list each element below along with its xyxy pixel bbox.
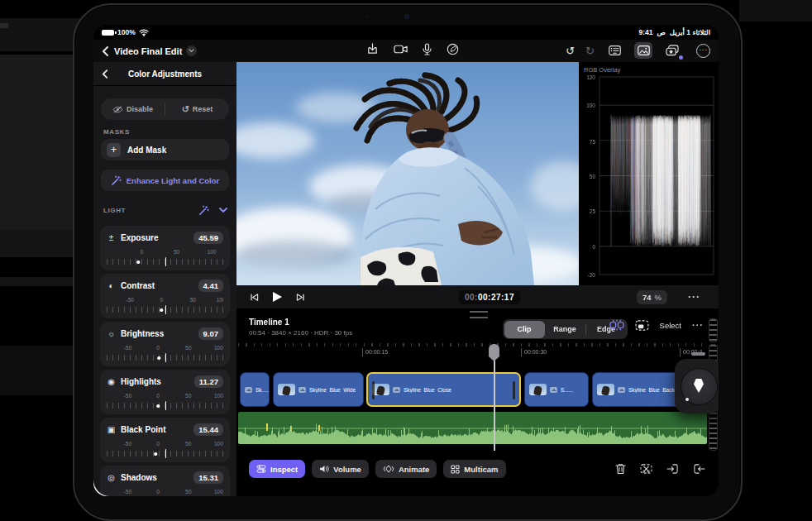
timeline-clip-sk[interactable]: Sk...... <box>240 372 270 407</box>
pencil-hover-dial[interactable] <box>675 359 719 413</box>
enhance-label: Enhance Light and Color <box>127 176 219 185</box>
plus-minus-icon: ± <box>107 233 116 242</box>
highlights-slider[interactable]: -50050100 <box>107 393 223 413</box>
inspect-button[interactable]: Inspect <box>249 460 305 478</box>
timeline-ruler[interactable] <box>238 343 707 347</box>
mode-range[interactable]: Range <box>545 321 585 338</box>
timeline-clip-skyline_blue_wide[interactable]: Skyline_Blue_Wide <box>273 372 364 407</box>
zoom-level-badge[interactable]: 74% <box>637 290 667 304</box>
tick-label: 50 <box>185 345 191 351</box>
photo-icon <box>618 387 625 393</box>
undo-icon[interactable]: ↺ <box>566 45 575 56</box>
magnetic-timeline-icon[interactable] <box>609 319 624 331</box>
app-screen: 100% 9:41 ص الثلاثاء 1 أبريل Video Final… <box>93 25 719 496</box>
redo-icon[interactable]: ↻ <box>585 45 595 56</box>
collapse-chevron-icon[interactable] <box>219 208 227 213</box>
exposure-slider[interactable]: 050100 <box>107 249 223 269</box>
tick-label: 100 <box>214 345 223 351</box>
next-frame-button[interactable] <box>296 293 305 302</box>
color-adjustments-panel: Color Adjustments Disable ↺ Re <box>93 62 236 496</box>
browser-panel-icon[interactable] <box>605 42 623 59</box>
insert-left-icon[interactable] <box>666 463 679 475</box>
slider-origin-dot <box>160 308 164 312</box>
track-height-slider[interactable] <box>709 318 718 342</box>
more-menu-icon[interactable]: ··· <box>696 44 710 58</box>
media-library-icon[interactable] <box>634 42 652 59</box>
dial-ring[interactable] <box>681 368 718 405</box>
photo-icon <box>299 387 306 393</box>
tick-label: 50 <box>174 249 179 255</box>
select-mode-icon[interactable] <box>635 320 649 331</box>
import-icon[interactable] <box>366 43 379 55</box>
tick-label: 50 <box>185 441 191 447</box>
effects-icon[interactable] <box>663 42 681 59</box>
auto-enhance-icon[interactable] <box>198 205 209 216</box>
add-mask-button[interactable]: + Add Mask <box>101 139 229 160</box>
title-menu-button[interactable] <box>186 45 197 56</box>
trim-handle-right[interactable] <box>513 381 515 399</box>
adjustment-card-highlights: ◉Highlights11.27-50050100 <box>100 370 230 414</box>
audio-clip-waveform[interactable] <box>238 412 707 444</box>
contrast-value[interactable]: 4.41 <box>198 280 224 292</box>
insert-right-icon[interactable] <box>693 463 705 475</box>
disable-button[interactable]: Disable <box>101 98 165 120</box>
tick-label: 0 <box>160 297 163 303</box>
tick-label: 0 <box>156 345 160 351</box>
multicam-button[interactable]: Multicam <box>443 460 505 478</box>
previous-frame-button[interactable] <box>250 293 259 302</box>
animate-button[interactable]: Animate <box>375 460 437 478</box>
video-viewer[interactable] <box>236 62 579 285</box>
inspect-sliders-icon <box>256 465 266 473</box>
contrast-slider[interactable]: -50050100 <box>107 297 223 317</box>
brightness-slider[interactable]: -50050100 <box>107 345 223 365</box>
select-label[interactable]: Select <box>660 321 681 330</box>
volume-button[interactable]: Volume <box>312 460 369 478</box>
timeline-more-icon[interactable]: ··· <box>692 320 704 330</box>
viewer-more-icon[interactable]: ··· <box>688 291 700 303</box>
project-title[interactable]: Video Final Edit <box>114 46 182 56</box>
shadows-value[interactable]: 15.31 <box>193 471 223 484</box>
play-button[interactable] <box>272 291 283 303</box>
black-point-icon: ▣ <box>107 425 116 434</box>
dial-slider-handle[interactable] <box>691 352 705 356</box>
enhance-light-color-button[interactable]: Enhance Light and Color <box>101 170 229 191</box>
timeline-clip-skyline_blue_close[interactable]: Skyline_Blue_Close <box>366 372 521 407</box>
slider-indicator <box>165 449 167 458</box>
playhead-line <box>494 357 495 451</box>
inspect-label: Inspect <box>270 465 298 474</box>
tick-label: 100 <box>214 489 223 495</box>
camera-icon[interactable] <box>394 44 408 55</box>
panel-back-chevron-icon[interactable] <box>102 69 108 79</box>
back-chevron-icon[interactable] <box>102 46 109 56</box>
tick-label: -50 <box>124 489 131 495</box>
keyframe-icon <box>383 465 394 473</box>
sensor-dot <box>365 15 369 18</box>
tick-label: 100 <box>217 297 223 303</box>
highlights-value[interactable]: 11.27 <box>194 375 223 388</box>
shadows-slider[interactable]: -50050100 <box>107 489 223 496</box>
background-band <box>0 23 8 28</box>
scope-tick-label: 50 <box>580 174 595 179</box>
pencil-tool-icon[interactable] <box>447 43 459 55</box>
delete-icon[interactable] <box>615 463 626 475</box>
tick-label: 0 <box>156 489 160 495</box>
black-point-slider[interactable]: -50050100 <box>107 441 223 461</box>
clip-label: Sk...... <box>256 387 269 393</box>
adjustment-card-shadows: ◎Shadows15.31-50050100 <box>100 466 230 496</box>
disable-label: Disable <box>127 105 153 113</box>
slider-indicator <box>165 305 167 314</box>
black-point-value[interactable]: 15.44 <box>193 423 223 436</box>
trim-handle-left[interactable] <box>372 381 375 399</box>
brightness-value[interactable]: 9.07 <box>198 327 224 340</box>
exposure-value[interactable]: 45.59 <box>193 232 223 244</box>
clip-actions-toolbar: Inspect Volume Animate <box>236 456 719 481</box>
reset-button[interactable]: ↺ Reset <box>165 98 229 120</box>
timeline-clip-s[interactable]: S...... <box>524 372 589 407</box>
mode-clip[interactable]: Clip <box>504 321 545 338</box>
clip-thumbnail <box>372 384 389 395</box>
microphone-icon[interactable] <box>423 43 432 55</box>
blade-cut-icon[interactable] <box>640 463 652 475</box>
slider-origin-dot <box>136 260 140 264</box>
playhead-handle[interactable] <box>489 344 499 361</box>
multicam-label: Multicam <box>464 465 498 474</box>
